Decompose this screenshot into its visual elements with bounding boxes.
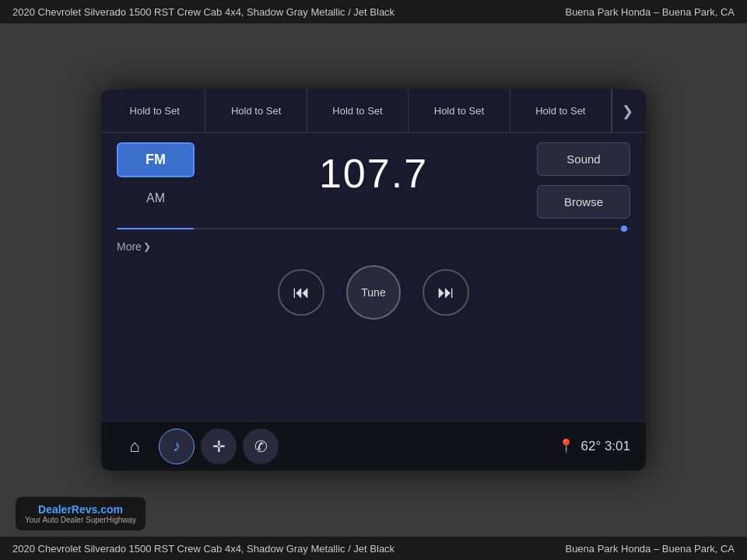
sound-button[interactable]: Sound <box>537 142 630 176</box>
bottom-bar-right: Buena Park Honda – Buena Park, CA <box>565 543 735 555</box>
bottom-bar: 2020 Chevrolet Silverado 1500 RST Crew C… <box>0 537 747 560</box>
right-buttons: Sound Browse <box>537 142 630 219</box>
progress-fill <box>117 228 194 229</box>
radio-main: FM AM 107.7 Sound <box>117 142 630 219</box>
nav-status: 📍 62° 3:01 <box>558 438 630 454</box>
left-controls: FM AM <box>117 142 210 212</box>
phone-button[interactable]: ✆ <box>243 429 279 464</box>
watermark-sub: Your Auto Dealer SuperHighway <box>25 516 136 524</box>
top-bar: 2020 Chevrolet Silverado 1500 RST Crew C… <box>0 0 747 23</box>
am-button[interactable]: AM <box>117 185 195 212</box>
watermark: DealerRevs.com Your Auto Dealer SuperHig… <box>16 497 146 530</box>
screen-bezel: Hold to Set Hold to Set Hold to Set Hold… <box>101 89 646 471</box>
phone-icon: ✆ <box>254 437 268 456</box>
transport-row: ⏮ Tune ⏭ <box>117 253 630 329</box>
more-chevron-icon: ❯ <box>143 241 151 252</box>
fm-button[interactable]: FM <box>117 142 195 177</box>
home-icon: ⌂ <box>129 436 139 457</box>
more-row[interactable]: More ❯ <box>117 240 151 253</box>
progress-dot <box>621 226 627 232</box>
preset-button-5[interactable]: Hold to Set <box>510 89 612 132</box>
tuning-progress-bar <box>117 228 630 229</box>
more-label: More <box>117 240 142 253</box>
browse-button[interactable]: Browse <box>537 185 630 219</box>
prev-button[interactable]: ⏮ <box>278 269 324 316</box>
preset-button-4[interactable]: Hold to Set <box>409 89 510 132</box>
location-icon: 📍 <box>558 438 574 454</box>
preset-bar: Hold to Set Hold to Set Hold to Set Hold… <box>101 89 646 133</box>
music-button[interactable]: ♪ <box>159 429 195 464</box>
preset-button-1[interactable]: Hold to Set <box>104 89 205 132</box>
top-bar-right: Buena Park Honda – Buena Park, CA <box>565 6 735 18</box>
apps-button[interactable]: ✛ <box>201 429 237 464</box>
radio-content: FM AM 107.7 Sound <box>101 133 646 421</box>
watermark-title: DealerRevs.com <box>38 503 123 516</box>
main-content: Hold to Set Hold to Set Hold to Set Hold… <box>0 23 747 537</box>
nav-icons: ⌂ ♪ ✛ ✆ <box>117 429 279 464</box>
bottom-bar-left: 2020 Chevrolet Silverado 1500 RST Crew C… <box>12 543 395 555</box>
top-bar-left: 2020 Chevrolet Silverado 1500 RST Crew C… <box>12 6 395 18</box>
next-button[interactable]: ⏭ <box>423 269 469 316</box>
frequency-display: 107.7 <box>210 142 537 197</box>
apps-icon: ✛ <box>212 437 226 456</box>
preset-button-3[interactable]: Hold to Set <box>307 89 409 132</box>
preset-next-icon[interactable]: ❯ <box>612 89 643 132</box>
bottom-nav: ⌂ ♪ ✛ ✆ 📍 62° 3:01 <box>101 421 646 471</box>
status-text: 62° 3:01 <box>580 439 630 454</box>
home-button[interactable]: ⌂ <box>117 429 153 464</box>
tune-button[interactable]: Tune <box>346 265 401 320</box>
music-icon: ♪ <box>173 437 181 455</box>
progress-area <box>117 225 630 233</box>
preset-button-2[interactable]: Hold to Set <box>205 89 307 132</box>
